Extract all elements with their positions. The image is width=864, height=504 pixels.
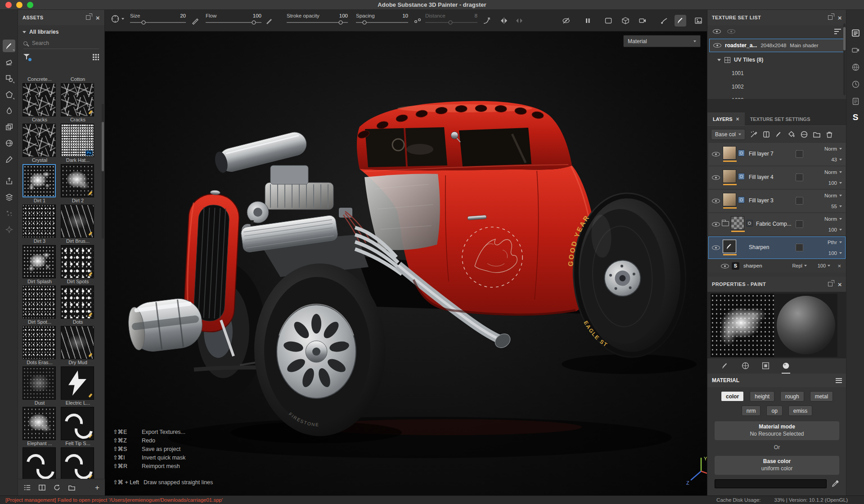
brush-settings-tab[interactable]: [721, 358, 729, 374]
particles-tool-button[interactable]: [3, 207, 15, 219]
undock-panel-icon[interactable]: [828, 15, 832, 20]
layer-thumbnail[interactable]: [723, 146, 736, 160]
uv-tiles-group[interactable]: UV Tiles (8): [707, 53, 846, 67]
asset-item-selected[interactable]: Dirt 1: [22, 164, 57, 205]
substance-logo-icon[interactable]: S: [850, 112, 861, 122]
polygon-fill-tool-button[interactable]: [3, 88, 15, 101]
uv-tile-row[interactable]: 1002: [707, 80, 846, 94]
layer-visibility-icon[interactable]: [712, 175, 720, 180]
filter-list-icon[interactable]: [834, 29, 841, 34]
add-asset-button[interactable]: +: [95, 484, 99, 491]
opacity-dropdown[interactable]: 100: [828, 227, 842, 232]
asset-thumbnail[interactable]: [22, 164, 56, 197]
hide-stencil-icon[interactable]: [560, 15, 572, 27]
asset-thumbnail[interactable]: [22, 407, 56, 440]
close-panel-icon[interactable]: ×: [96, 14, 100, 21]
asset-item[interactable]: Dry Mud: [61, 326, 95, 366]
view-3d-cube-icon[interactable]: [620, 15, 631, 27]
refresh-icon[interactable]: [53, 484, 61, 491]
distance-slider[interactable]: Distance8: [425, 13, 477, 23]
material-sphere-preview[interactable]: [774, 294, 837, 357]
layer-row[interactable]: Fill layer 3 Norm 55: [708, 190, 846, 212]
mask-placeholder[interactable]: [796, 150, 803, 158]
layer-name[interactable]: Sharpen: [749, 244, 769, 250]
texture-set-row-selected[interactable]: roadster_a... 2048x2048 Main shader: [709, 39, 845, 52]
layer-row[interactable]: Fill layer 7 Norm 43: [708, 143, 846, 165]
asset-thumbnail[interactable]: [61, 83, 94, 116]
add-mask-icon[interactable]: [762, 130, 770, 138]
asset-thumbnail[interactable]: [61, 407, 94, 440]
layer-name[interactable]: Fill layer 3: [749, 197, 774, 204]
effect-opacity-dropdown[interactable]: 100: [818, 263, 830, 268]
asset-thumbnail[interactable]: [61, 164, 94, 197]
opacity-dropdown[interactable]: 43: [831, 157, 842, 162]
new-folder-icon[interactable]: [68, 484, 76, 491]
paint-mode-icon[interactable]: [675, 15, 686, 27]
asset-item[interactable]: Cotton: [61, 77, 95, 83]
asset-item[interactable]: Cracks: [61, 83, 95, 124]
camera-settings-icon[interactable]: [850, 44, 861, 56]
history-icon[interactable]: [850, 78, 861, 90]
asset-item[interactable]: Dirt Brus...: [61, 205, 95, 245]
display-settings-icon[interactable]: [850, 27, 861, 39]
falloff-curve-icon[interactable]: [481, 15, 493, 27]
brush-alpha-preview[interactable]: [711, 294, 774, 357]
effect-visibility-icon[interactable]: [721, 263, 729, 269]
paint-tool-button[interactable]: [3, 40, 15, 52]
layer-row-selected[interactable]: Sharpen Pthr 100: [708, 236, 846, 259]
blend-mode-dropdown[interactable]: Norm: [824, 169, 842, 175]
material-picker-tool-button[interactable]: [3, 137, 15, 149]
asset-thumbnail[interactable]: [61, 285, 94, 319]
layer-visibility-icon[interactable]: [712, 245, 720, 250]
asset-item[interactable]: PsDark Hat...: [61, 124, 95, 164]
brush-cursor-icon[interactable]: [110, 14, 124, 24]
car-render[interactable]: FIRESTONE: [105, 31, 707, 495]
spacing-slider[interactable]: Spacing10: [356, 13, 408, 23]
color-picker-tool-button[interactable]: [3, 153, 15, 165]
asset-item[interactable]: Dirt 3: [22, 205, 57, 245]
channel-toggle-color[interactable]: color: [721, 391, 744, 401]
pause-engine-icon[interactable]: [582, 15, 594, 27]
channel-toggle-nrm[interactable]: nrm: [742, 406, 761, 416]
smudge-tool-button[interactable]: [3, 104, 15, 117]
undock-panel-icon[interactable]: [86, 15, 90, 20]
opacity-dropdown[interactable]: 55: [831, 204, 842, 209]
asset-thumbnail[interactable]: [61, 326, 94, 359]
texture-set-scrollbar[interactable]: [843, 23, 846, 95]
layer-thumbnail[interactable]: [723, 193, 736, 206]
blend-mode-dropdown[interactable]: Norm: [824, 193, 842, 198]
panes-view-icon[interactable]: [38, 484, 46, 491]
asset-item[interactable]: Dirt 2: [61, 164, 95, 205]
projection-tool-button[interactable]: [3, 72, 15, 85]
filter-funnel-icon[interactable]: [23, 54, 31, 60]
channel-filter-dropdown[interactable]: Base col: [711, 129, 745, 140]
visibility-eye-icon[interactable]: [713, 29, 721, 34]
visibility-eye-off-icon[interactable]: [727, 29, 735, 34]
asset-thumbnail[interactable]: [22, 326, 56, 359]
tab-texture-set-settings[interactable]: TEXTURE SET SETTINGS: [745, 112, 816, 125]
clone-tool-button[interactable]: [3, 120, 15, 133]
assets-scrollbar[interactable]: [102, 104, 104, 239]
layer-name[interactable]: Fill layer 4: [749, 174, 774, 180]
eyedropper-icon[interactable]: [831, 480, 839, 488]
add-paint-layer-icon[interactable]: [775, 130, 783, 138]
search-input[interactable]: [31, 40, 85, 47]
spacing-dots-icon[interactable]: [412, 15, 423, 27]
render-image-icon[interactable]: [693, 15, 704, 27]
size-pressure-icon[interactable]: [189, 15, 201, 27]
asset-item[interactable]: Dirt Splash: [22, 245, 57, 285]
layer-visibility-icon[interactable]: [712, 152, 720, 157]
add-folder-icon[interactable]: [813, 130, 821, 138]
alpha-tab[interactable]: [741, 358, 750, 374]
asset-thumbnail[interactable]: [61, 205, 94, 238]
lazy-mouse-icon[interactable]: [658, 15, 670, 27]
visibility-eye-icon[interactable]: [713, 43, 721, 48]
opacity-dropdown[interactable]: 100: [828, 250, 842, 256]
slider-knob[interactable]: [252, 21, 256, 25]
layer-name[interactable]: Fill layer 7: [749, 151, 774, 157]
close-panel-icon[interactable]: ×: [838, 281, 842, 288]
stencil-tab[interactable]: [761, 358, 770, 374]
list-view-icon[interactable]: [23, 484, 31, 491]
add-fill-layer-icon[interactable]: [788, 130, 796, 138]
mask-placeholder[interactable]: [796, 220, 803, 228]
